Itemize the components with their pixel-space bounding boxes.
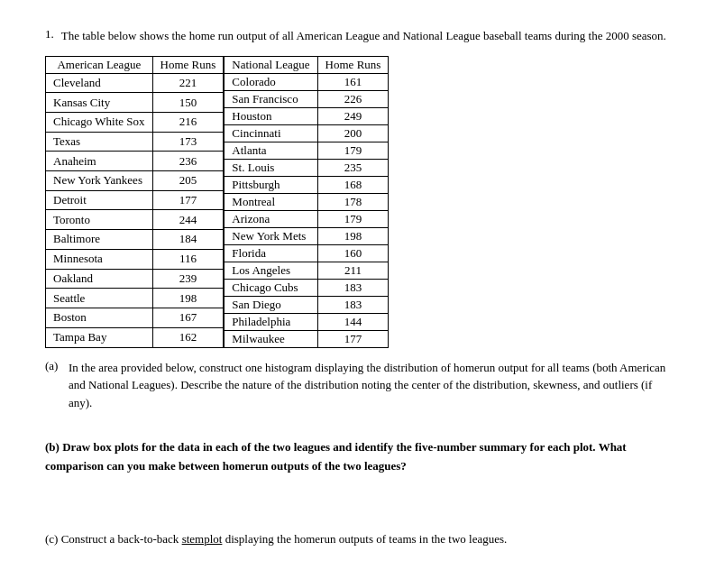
table-row: Seattle198	[46, 289, 224, 308]
table-row: Milwaukee177	[225, 330, 389, 347]
table-row: Chicago Cubs183	[225, 279, 389, 296]
home-runs: 200	[317, 124, 389, 142]
team-name: Kansas City	[46, 93, 153, 113]
home-runs: 168	[317, 176, 389, 193]
american-league-table: American League Home Runs Cleveland221Ka…	[45, 56, 224, 348]
table-row: Los Angeles211	[225, 262, 389, 279]
team-name: Pittsburgh	[225, 176, 317, 193]
home-runs: 249	[317, 107, 389, 124]
home-runs: 221	[152, 73, 224, 93]
home-runs: 150	[152, 93, 224, 113]
team-name: Seattle	[46, 289, 153, 308]
team-name: Milwaukee	[225, 330, 317, 347]
part-b-container: (b) Draw box plots for the data in each …	[45, 438, 670, 476]
home-runs: 226	[317, 90, 389, 107]
table-row: Detroit177	[46, 190, 224, 210]
home-runs: 179	[317, 142, 389, 159]
team-name: Philadelphia	[225, 313, 317, 330]
team-name: Arizona	[225, 210, 317, 227]
home-runs: 144	[317, 313, 389, 330]
table-row: St. Louis235	[225, 159, 389, 176]
team-name: Oakland	[46, 269, 153, 289]
table-row: Montreal178	[225, 193, 389, 210]
team-name: New York Yankees	[46, 171, 153, 191]
question-intro: The table below shows the home run outpu…	[61, 27, 666, 45]
home-runs: 167	[152, 308, 224, 327]
question-container: 1. The table below shows the home run ou…	[45, 27, 670, 547]
nl-col-team: National League	[225, 56, 317, 73]
part-a-container: (a) In the area provided below, construc…	[45, 359, 670, 412]
home-runs: 160	[317, 244, 389, 262]
al-col-team: American League	[46, 56, 153, 73]
home-runs: 178	[317, 193, 389, 210]
part-b-text: Draw box plots for the data in each of t…	[45, 440, 627, 473]
team-name: Chicago Cubs	[225, 279, 317, 296]
team-name: St. Louis	[225, 159, 317, 176]
question-header: 1. The table below shows the home run ou…	[45, 27, 670, 45]
al-col-hr: Home Runs	[152, 56, 224, 73]
table-row: Arizona179	[225, 210, 389, 227]
home-runs: 244	[152, 210, 224, 230]
team-name: Los Angeles	[225, 262, 317, 279]
table-row: Toronto244	[46, 210, 224, 230]
team-name: Chicago White Sox	[46, 112, 153, 132]
table-row: Tampa Bay162	[46, 327, 224, 347]
home-runs: 236	[152, 152, 224, 171]
team-name: Colorado	[225, 73, 317, 90]
table-row: Florida160	[225, 244, 389, 262]
part-c-label: (c)	[45, 532, 58, 546]
table-row: Cleveland221	[46, 73, 224, 93]
home-runs: 216	[152, 112, 224, 132]
team-name: Baltimore	[46, 230, 153, 250]
table-row: Philadelphia144	[225, 313, 389, 330]
team-name: Houston	[225, 107, 317, 124]
home-runs: 239	[152, 269, 224, 289]
table-row: Anaheim236	[46, 152, 224, 171]
home-runs: 198	[152, 289, 224, 308]
home-runs: 116	[152, 249, 224, 269]
team-name: New York Mets	[225, 227, 317, 244]
nl-col-hr: Home Runs	[317, 56, 389, 73]
table-row: Oakland239	[46, 269, 224, 289]
table-row: Atlanta179	[225, 142, 389, 159]
team-name: Toronto	[46, 210, 153, 230]
team-name: San Diego	[225, 296, 317, 313]
table-row: Boston167	[46, 308, 224, 327]
home-runs: 205	[152, 171, 224, 191]
team-name: Detroit	[46, 190, 153, 210]
part-c-text1: Construct a back-to-back	[61, 532, 182, 546]
table-row: Chicago White Sox216	[46, 112, 224, 132]
home-runs: 211	[317, 262, 389, 279]
table-row: Texas173	[46, 132, 224, 152]
team-name: Cleveland	[46, 73, 153, 93]
table-row: Minnesota116	[46, 249, 224, 269]
question-number-label: 1.	[45, 27, 54, 45]
data-tables: American League Home Runs Cleveland221Ka…	[45, 56, 670, 348]
team-name: Tampa Bay	[46, 327, 153, 347]
home-runs: 179	[317, 210, 389, 227]
home-runs: 235	[317, 159, 389, 176]
team-name: Cincinnati	[225, 124, 317, 142]
team-name: Minnesota	[46, 249, 153, 269]
home-runs: 184	[152, 230, 224, 250]
table-row: Houston249	[225, 107, 389, 124]
table-row: Colorado161	[225, 73, 389, 90]
table-row: Baltimore184	[46, 230, 224, 250]
home-runs: 177	[317, 330, 389, 347]
table-row: New York Mets198	[225, 227, 389, 244]
home-runs: 161	[317, 73, 389, 90]
team-name: Montreal	[225, 193, 317, 210]
team-name: Boston	[46, 308, 153, 327]
table-row: Pittsburgh168	[225, 176, 389, 193]
home-runs: 162	[152, 327, 224, 347]
team-name: Florida	[225, 244, 317, 262]
home-runs: 173	[152, 132, 224, 152]
national-league-table: National League Home Runs Colorado161San…	[224, 56, 389, 348]
part-b-label: (b)	[45, 440, 60, 454]
table-row: San Diego183	[225, 296, 389, 313]
team-name: San Francisco	[225, 90, 317, 107]
team-name: Atlanta	[225, 142, 317, 159]
home-runs: 198	[317, 227, 389, 244]
table-row: San Francisco226	[225, 90, 389, 107]
part-a-text: In the area provided below, construct on…	[69, 359, 670, 412]
